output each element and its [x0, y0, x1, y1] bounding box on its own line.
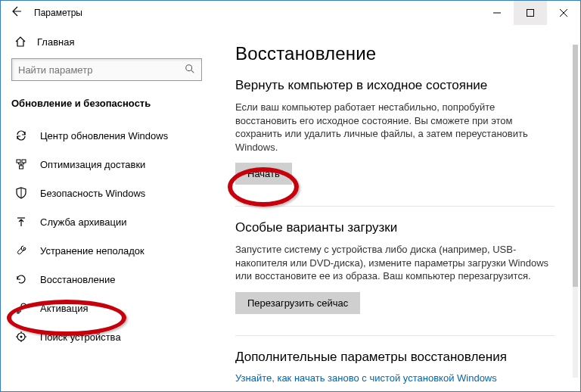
sidebar-item-label: Поиск устройства	[40, 331, 121, 343]
window-title: Параметры	[31, 8, 82, 18]
arrow-left-icon	[10, 5, 22, 17]
sidebar-item-delivery-optimization[interactable]: Оптимизация доставки	[1, 150, 211, 179]
scrollbar[interactable]	[573, 45, 578, 378]
search-icon	[185, 64, 195, 76]
sidebar-item-troubleshoot[interactable]: Устранение неполадок	[1, 236, 211, 265]
section-reset-desc: Если ваш компьютер работает нестабильно,…	[235, 101, 553, 154]
sidebar-item-label: Безопасность Windows	[40, 188, 145, 199]
section-reset-title: Вернуть компьютер в исходное состояние	[235, 78, 555, 93]
back-button[interactable]	[1, 5, 31, 20]
sidebar-group-title: Обновление и безопасность	[1, 92, 211, 118]
svg-point-4	[186, 64, 192, 70]
sidebar-item-find-device[interactable]: Поиск устройства	[1, 322, 211, 351]
sidebar-item-home[interactable]: Главная	[1, 31, 211, 55]
wrench-icon	[14, 244, 28, 257]
home-label: Главная	[37, 36, 74, 48]
sidebar-item-label: Служба архивации	[40, 216, 127, 228]
section-advancedstartup-desc: Запустите систему с устройства либо диск…	[235, 243, 553, 283]
page-title: Восстановление	[235, 43, 555, 64]
sidebar-item-windows-security[interactable]: Безопасность Windows	[1, 179, 211, 207]
titlebar: Параметры	[1, 1, 580, 25]
section-more-title: Дополнительные параметры восстановления	[235, 350, 555, 365]
close-icon	[560, 9, 567, 17]
network-icon	[14, 157, 28, 171]
sidebar: Главная Обновление и безопасность Центр …	[1, 25, 211, 391]
search-input-container[interactable]	[11, 58, 202, 81]
sidebar-item-label: Активация	[40, 303, 88, 314]
maximize-icon	[527, 9, 534, 17]
sidebar-item-label: Оптимизация доставки	[40, 159, 145, 170]
divider	[235, 206, 555, 207]
key-icon	[14, 301, 28, 315]
scrollbar-thumb[interactable]	[573, 45, 578, 287]
locate-icon	[14, 330, 28, 344]
sidebar-item-windows-update[interactable]: Центр обновления Windows	[1, 121, 211, 150]
svg-point-12	[20, 336, 23, 338]
fresh-start-link[interactable]: Узнайте, как начать заново с чистой уста…	[235, 372, 555, 384]
sidebar-item-label: Устранение неполадок	[40, 245, 144, 257]
svg-line-5	[191, 70, 194, 73]
svg-rect-6	[17, 160, 20, 163]
close-button[interactable]	[547, 1, 580, 25]
shield-icon	[14, 186, 28, 200]
sync-icon	[14, 129, 28, 142]
minimize-button[interactable]	[480, 1, 514, 25]
reset-start-button[interactable]: Начать	[235, 163, 292, 185]
svg-rect-1	[527, 10, 534, 17]
sidebar-item-label: Восстановление	[40, 274, 115, 285]
sidebar-item-recovery[interactable]: Восстановление	[1, 265, 211, 294]
main-content: Восстановление Вернуть компьютер в исход…	[211, 25, 580, 391]
backup-icon	[14, 215, 28, 229]
svg-rect-8	[20, 166, 23, 169]
minimize-icon	[493, 9, 501, 17]
home-icon	[14, 36, 26, 48]
sidebar-item-backup[interactable]: Служба архивации	[1, 207, 211, 236]
sidebar-item-label: Центр обновления Windows	[40, 130, 168, 142]
sidebar-item-activation[interactable]: Активация	[1, 294, 211, 322]
restart-now-button[interactable]: Перезагрузить сейчас	[235, 292, 360, 314]
recovery-icon	[14, 272, 28, 286]
search-input[interactable]	[18, 64, 185, 76]
maximize-button[interactable]	[514, 1, 547, 25]
sidebar-nav: Центр обновления Windows Оптимизация дос…	[1, 118, 211, 351]
svg-rect-7	[22, 160, 26, 163]
divider	[235, 335, 555, 336]
section-advancedstartup-title: Особые варианты загрузки	[235, 220, 555, 235]
